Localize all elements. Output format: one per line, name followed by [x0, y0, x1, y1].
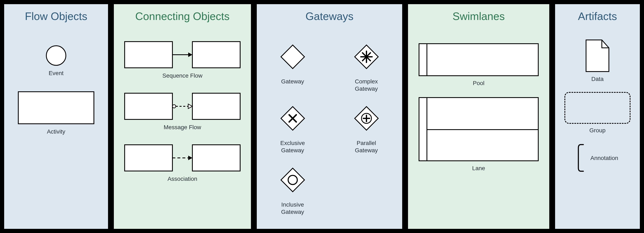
- item-parallel-gateway: Parallel Gateway: [349, 101, 384, 154]
- svg-rect-4: [125, 93, 172, 119]
- parallel-gateway-icon: [349, 101, 384, 136]
- panel-title: Connecting Objects: [114, 10, 251, 23]
- event-icon: [46, 45, 66, 66]
- exclusive-gateway-icon: [275, 101, 310, 136]
- lane-icon: [418, 97, 539, 161]
- data-icon: [584, 39, 611, 72]
- item-pool: Pool: [418, 43, 539, 87]
- panel-connecting-objects: Connecting Objects Sequence Flow: [114, 4, 251, 229]
- item-group: Group: [564, 92, 630, 134]
- panel-title: Swimlanes: [408, 10, 549, 23]
- caption-activity: Activity: [47, 128, 66, 135]
- item-annotation: Annotation: [577, 143, 618, 172]
- caption-data: Data: [591, 75, 604, 83]
- svg-rect-1: [192, 42, 240, 68]
- caption-pool: Pool: [473, 80, 484, 87]
- item-message-flow: Message Flow: [124, 93, 240, 131]
- item-complex-gateway: Complex Gateway: [349, 39, 384, 92]
- association-icon: [124, 144, 240, 171]
- bpmn-elements-diagram: Flow Objects Event Activity Connecting O…: [0, 0, 644, 233]
- activity-icon: [18, 91, 94, 124]
- item-data: Data: [584, 39, 611, 83]
- svg-marker-12: [188, 156, 192, 160]
- inclusive-gateway-icon: [275, 162, 310, 198]
- message-flow-icon: [124, 93, 240, 120]
- caption-group: Group: [589, 127, 606, 134]
- caption-lane: Lane: [472, 165, 485, 172]
- gateway-icon: [275, 39, 310, 75]
- caption-gateway: Gateway: [281, 78, 304, 85]
- item-gateway: Gateway: [275, 39, 310, 92]
- item-event: Event: [46, 45, 66, 77]
- svg-point-7: [172, 105, 176, 108]
- caption-message-flow: Message Flow: [164, 124, 201, 131]
- panel-swimlanes: Swimlanes Pool Lane: [408, 4, 549, 229]
- svg-rect-26: [281, 168, 304, 192]
- svg-rect-5: [192, 93, 240, 119]
- caption-association: Association: [168, 175, 197, 182]
- svg-marker-3: [188, 52, 192, 57]
- group-icon: [564, 92, 630, 124]
- panel-artifacts: Artifacts Data Group Annotation: [555, 4, 640, 229]
- caption-annotation: Annotation: [590, 154, 618, 162]
- svg-rect-13: [281, 45, 304, 68]
- item-exclusive-gateway: Exclusive Gateway: [275, 101, 310, 154]
- panel-flow-objects: Flow Objects Event Activity: [4, 4, 108, 229]
- svg-rect-0: [125, 42, 172, 68]
- svg-marker-28: [586, 40, 609, 72]
- item-lane: Lane: [418, 97, 539, 172]
- panel-title: Gateways: [257, 10, 402, 23]
- item-activity: Activity: [18, 91, 94, 135]
- pool-icon: [418, 43, 539, 76]
- caption-parallel-gateway: Parallel Gateway: [355, 139, 378, 154]
- item-sequence-flow: Sequence Flow: [124, 41, 240, 79]
- complex-gateway-icon: [349, 39, 384, 75]
- item-inclusive-gateway: Inclusive Gateway: [275, 162, 310, 215]
- svg-marker-8: [188, 104, 192, 109]
- svg-rect-9: [125, 145, 172, 171]
- sequence-flow-icon: [124, 41, 240, 68]
- caption-exclusive-gateway: Exclusive Gateway: [280, 139, 305, 154]
- panel-gateways: Gateways Gateway Complex G: [257, 4, 402, 229]
- annotation-icon: [577, 143, 585, 172]
- caption-inclusive-gateway: Inclusive Gateway: [281, 201, 304, 215]
- caption-complex-gateway: Complex Gateway: [355, 78, 378, 92]
- panel-title: Flow Objects: [4, 10, 108, 23]
- caption-event: Event: [48, 70, 64, 77]
- caption-sequence-flow: Sequence Flow: [162, 72, 202, 79]
- svg-rect-10: [192, 145, 240, 171]
- panel-title: Artifacts: [555, 10, 640, 23]
- item-association: Association: [124, 144, 240, 182]
